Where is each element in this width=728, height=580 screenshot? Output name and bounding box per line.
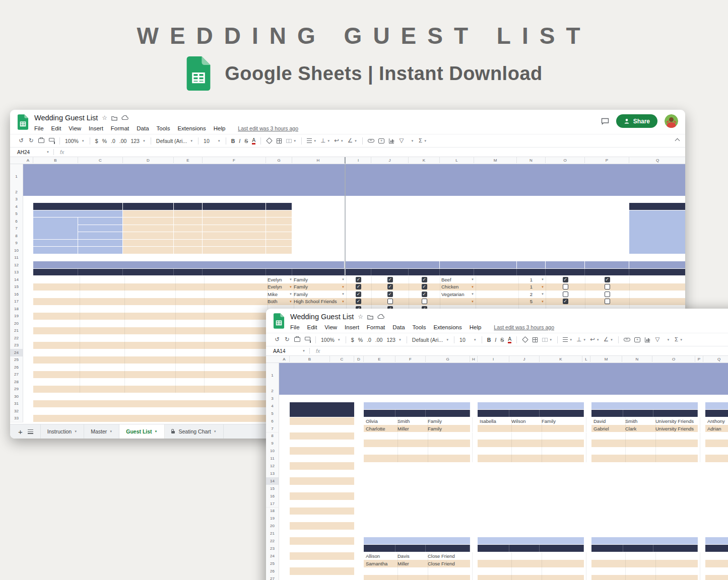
summary-label[interactable]: [78, 218, 122, 225]
cell-gift-checkbox[interactable]: ✓: [546, 298, 585, 306]
cell-guest_of-dropdown[interactable]: Both▼: [266, 298, 294, 306]
seat-cell[interactable]: [478, 575, 512, 580]
seat-row[interactable]: [591, 455, 698, 462]
seat-cell[interactable]: [623, 567, 656, 575]
row-header-21[interactable]: 21: [10, 327, 23, 335]
capacity-row[interactable]: [290, 560, 354, 567]
cell-rsvp-checkbox[interactable]: [371, 298, 409, 306]
menu-format[interactable]: Format: [111, 125, 129, 131]
column-header-H[interactable]: H: [292, 157, 345, 163]
seat-cell[interactable]: [478, 425, 512, 432]
seat-row[interactable]: [591, 567, 698, 575]
seat-row[interactable]: [705, 447, 728, 455]
functions-icon[interactable]: Σ▼: [419, 137, 427, 145]
row-header-23[interactable]: 23: [266, 545, 279, 553]
summary-value-cell[interactable]: [174, 232, 202, 239]
print-icon[interactable]: [294, 336, 300, 344]
seat-cell[interactable]: [653, 567, 700, 575]
seat-row[interactable]: Adrian: [705, 425, 728, 432]
row-header-11[interactable]: 11: [10, 254, 23, 262]
menu-edit[interactable]: Edit: [51, 125, 61, 131]
seat-row[interactable]: [705, 552, 728, 560]
cell-first[interactable]: [33, 334, 80, 342]
increase-decimal-button[interactable]: .00: [375, 337, 383, 343]
seat-cell[interactable]: [478, 447, 512, 455]
rsvp-checkbox-checked[interactable]: ✓: [387, 284, 393, 289]
cell-phone[interactable]: [174, 334, 205, 342]
seat-cell[interactable]: [426, 447, 473, 455]
decrease-decimal-button[interactable]: .0: [367, 337, 371, 343]
row-header-15[interactable]: 15: [266, 485, 279, 493]
row-header-12[interactable]: 12: [10, 261, 23, 269]
text-rotation-icon[interactable]: ∠▼: [348, 137, 357, 145]
column-header-B[interactable]: B: [33, 157, 78, 163]
merge-cells-icon[interactable]: ▼: [542, 336, 552, 344]
row-header-14[interactable]: 14: [10, 276, 23, 284]
attending-checkbox-checked[interactable]: ✓: [422, 277, 427, 282]
sheet-tab-master[interactable]: Master▼: [84, 424, 119, 439]
column-header-A[interactable]: A: [23, 157, 33, 163]
capacity-row[interactable]: [290, 462, 354, 470]
seat-cell[interactable]: University Friends: [653, 425, 700, 432]
seat-cell[interactable]: [623, 575, 656, 580]
cell-rsvp-checkbox[interactable]: ✓: [371, 283, 409, 291]
cell-first[interactable]: [33, 349, 80, 356]
seat-row[interactable]: [705, 575, 728, 580]
seat-cell[interactable]: [478, 560, 512, 567]
cell-email[interactable]: [123, 364, 176, 371]
sent-checkbox-checked[interactable]: ✓: [356, 277, 361, 282]
row-header-4[interactable]: 4: [266, 402, 279, 410]
seat-cell[interactable]: [705, 575, 728, 580]
seat-cell[interactable]: Family: [426, 425, 473, 432]
cell-first[interactable]: [33, 276, 80, 283]
summary-value-cell[interactable]: [123, 240, 173, 247]
column-header-P[interactable]: P: [695, 356, 703, 362]
cell-relationship-dropdown[interactable]: Family▼: [292, 291, 347, 298]
column-header-E[interactable]: E: [174, 157, 203, 163]
format-percent-button[interactable]: %: [358, 337, 363, 343]
seat-cell[interactable]: [364, 567, 398, 575]
cell-address[interactable]: [203, 283, 268, 291]
cell-meal-dropdown[interactable]: Vegetarian▼: [440, 291, 476, 298]
seat-cell[interactable]: [591, 455, 626, 462]
seat-cell[interactable]: [509, 552, 542, 560]
name-box[interactable]: AA14▼: [266, 348, 309, 354]
cell-address[interactable]: [203, 349, 268, 356]
menu-edit[interactable]: Edit: [307, 324, 317, 330]
row-header-20[interactable]: 20: [266, 522, 279, 530]
cell-notes[interactable]: [629, 291, 685, 298]
seat-row[interactable]: [364, 567, 470, 575]
seat-cell[interactable]: Isabella: [478, 417, 512, 425]
seat-cell[interactable]: [426, 440, 473, 447]
cell-gift-checkbox[interactable]: [546, 291, 585, 298]
font-size-select[interactable]: 10▼: [459, 337, 477, 343]
seat-row[interactable]: [478, 440, 584, 447]
font-size-select[interactable]: 10▼: [204, 138, 221, 144]
row-header-7[interactable]: 7: [10, 225, 23, 233]
seat-cell[interactable]: [395, 440, 428, 447]
functions-icon[interactable]: Σ▼: [675, 336, 683, 344]
seat-row[interactable]: [591, 575, 698, 580]
increase-decimal-button[interactable]: .00: [119, 138, 127, 144]
cell-email[interactable]: [123, 305, 176, 313]
summary-value-cell[interactable]: [174, 240, 202, 247]
summary-value-cell[interactable]: [123, 232, 173, 239]
capacity-row[interactable]: [290, 545, 354, 552]
capacity-row[interactable]: [290, 455, 354, 462]
row-header-17[interactable]: 17: [10, 298, 23, 306]
row-header-5[interactable]: 5: [10, 210, 23, 219]
last-edit-link[interactable]: Last edit was 3 hours ago: [238, 125, 298, 131]
seat-cell[interactable]: [540, 560, 586, 567]
collapse-toolbar-icon[interactable]: [675, 138, 680, 143]
format-percent-button[interactable]: %: [102, 138, 107, 144]
column-header-B[interactable]: B: [290, 356, 330, 362]
summary-label[interactable]: [78, 232, 122, 239]
cell-phone[interactable]: [174, 283, 205, 291]
cell-attending-checkbox[interactable]: [409, 298, 440, 306]
cell-last[interactable]: [78, 313, 125, 320]
cell-thank_you-checkbox[interactable]: [585, 283, 630, 291]
summary-value-cell[interactable]: [266, 218, 292, 225]
cell-first[interactable]: [33, 305, 80, 313]
seat-cell[interactable]: [653, 552, 700, 560]
tracker-header-partial[interactable]: [629, 203, 685, 210]
